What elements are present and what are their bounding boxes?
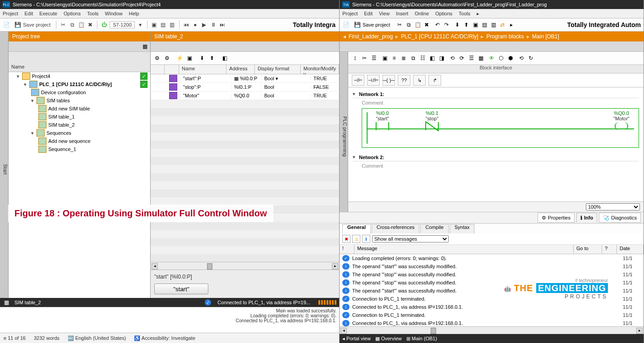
r-redo-icon[interactable]: ↷: [443, 21, 450, 28]
rmenu-tools[interactable]: Tools: [459, 11, 470, 16]
device-select[interactable]: S7-1200: [110, 21, 135, 28]
r-more-icon[interactable]: ▸: [508, 21, 515, 28]
sim-row[interactable]: "stop":P%I0.1:PBoolFALSE: [151, 83, 339, 91]
r-undo-icon[interactable]: ↶: [434, 21, 441, 28]
et-icon-9[interactable]: ◧: [428, 55, 436, 62]
overview-tab[interactable]: ▦ Overview: [375, 336, 402, 342]
et-icon-17[interactable]: ⟲: [517, 55, 525, 62]
r-new-icon[interactable]: 📄: [342, 21, 350, 28]
crumb-chevron-icon[interactable]: ◂: [343, 33, 346, 40]
tree-plc[interactable]: ▾PLC_1 [CPU 1211C AC/DC/Rly]✓: [9, 80, 150, 88]
sim-tool-3[interactable]: ▣: [186, 55, 193, 62]
menu-execute[interactable]: Execute: [39, 11, 57, 16]
sim-export-icon[interactable]: ⬆: [208, 55, 216, 62]
et-icon-15[interactable]: ⬡: [497, 55, 505, 62]
table-icon[interactable]: ▦: [3, 299, 10, 306]
lang-indicator[interactable]: 🔤 English (United States): [68, 335, 126, 341]
project-tree[interactable]: ▾Project4✓ ▾PLC_1 [CPU 1211C AC/DC/Rly]✓…: [9, 72, 150, 298]
msg-row[interactable]: ✓Connection to PLC_1 terminated.11/1: [340, 311, 644, 319]
sim-tool-2[interactable]: ⚙: [163, 55, 170, 62]
forward-icon[interactable]: ⏭: [219, 21, 226, 28]
tree-add-seq[interactable]: Add new sequence: [9, 137, 150, 145]
msg-info-icon[interactable]: ℹ: [362, 235, 370, 243]
r-delete-icon[interactable]: ✖: [423, 21, 430, 28]
crumb-blocks[interactable]: Program blocks: [486, 33, 524, 40]
rewind-icon[interactable]: ⏮: [183, 21, 190, 28]
r-upload-icon[interactable]: ⬆: [463, 21, 470, 28]
collapse-icon[interactable]: ▾: [353, 91, 355, 97]
et-icon-11[interactable]: ⟲: [448, 55, 456, 62]
sim-row[interactable]: "Motor"%Q0.0BoolTRUE: [151, 91, 339, 100]
lad-contact-nc-icon[interactable]: ⊣/⊢: [367, 75, 380, 86]
et-icon-2[interactable]: ✂: [360, 55, 368, 62]
foot-tab[interactable]: SIM table_2: [14, 300, 41, 305]
toolbar-icon-1[interactable]: ▣: [151, 21, 158, 28]
et-monitor-icon[interactable]: 👁: [488, 55, 496, 62]
r-copy-icon[interactable]: ⧉: [405, 21, 412, 28]
msg-hscroll[interactable]: ◂▸: [340, 326, 644, 334]
portal-view[interactable]: ◂ Portal view: [342, 336, 371, 342]
rmenu-insert[interactable]: Insert: [396, 11, 409, 16]
sim-start-button[interactable]: "start": [154, 284, 208, 294]
r-download-icon[interactable]: ⬇: [454, 21, 461, 28]
main-tab[interactable]: ⊞ Main (OB1): [406, 336, 437, 342]
save-project-button[interactable]: 💾 Save project: [12, 20, 53, 30]
subtab-compile[interactable]: Compile: [420, 224, 448, 233]
pause-icon[interactable]: ⏸: [210, 21, 217, 28]
subtab-xref[interactable]: Cross-references: [372, 224, 419, 233]
coil-icon[interactable]: [615, 122, 628, 130]
et-icon-4[interactable]: ▣: [381, 55, 389, 62]
msg-list[interactable]: ✓Loading completed (errors: 0; warnings:…: [340, 254, 644, 326]
tree-sim1[interactable]: SIM table_1: [9, 113, 150, 121]
r-tb1-icon[interactable]: ▣: [472, 21, 479, 28]
tree-device-config[interactable]: Device configuration: [9, 88, 150, 96]
r-tb2-icon[interactable]: ▤: [481, 21, 488, 28]
msg-row[interactable]: ✓Loading completed (errors: 0; warnings:…: [340, 254, 644, 262]
menu-help[interactable]: Help: [129, 11, 139, 16]
msg-row[interactable]: iConnected to PLC_1, via address IP=192.…: [340, 319, 644, 326]
et-icon-5[interactable]: ≡: [390, 55, 398, 62]
et-icon-12[interactable]: ⟳: [458, 55, 466, 62]
et-icon-3[interactable]: ☰: [370, 55, 378, 62]
et-icon-16[interactable]: ⬢: [506, 55, 515, 62]
delete-icon[interactable]: ✖: [87, 21, 94, 28]
menu-window[interactable]: Window: [105, 11, 123, 16]
tab-properties[interactable]: ⚙ Properties: [538, 213, 575, 223]
et-icon-6[interactable]: ≣: [400, 55, 408, 62]
power-icon[interactable]: ⏻: [101, 21, 108, 28]
new-icon[interactable]: 📄: [3, 21, 10, 28]
rmenu-online[interactable]: Online: [414, 11, 429, 16]
tree-project[interactable]: ▾Project4✓: [9, 72, 150, 80]
zoom-select[interactable]: 100%: [586, 203, 640, 210]
sim-row[interactable]: "start":P▦ %I0.0:PBool ▾TRUE: [151, 74, 339, 83]
rmenu-more-icon[interactable]: ▸: [477, 11, 479, 17]
sim-tool-4[interactable]: ◧: [221, 55, 228, 62]
menu-options[interactable]: Options: [64, 11, 81, 16]
msg-row[interactable]: iConnected to PLC_1, via address IP=192.…: [340, 303, 644, 311]
tab-diagnostics[interactable]: 🩺 Diagnostics: [599, 213, 641, 223]
subtab-syntax[interactable]: Syntax: [450, 224, 475, 233]
menu-edit[interactable]: Edit: [24, 11, 33, 16]
nc-contact-icon[interactable]: [425, 122, 439, 130]
msg-error-icon[interactable]: ✖: [342, 235, 350, 243]
record-icon[interactable]: ●: [192, 21, 199, 28]
sim-hscroll[interactable]: ◂▸: [151, 262, 339, 270]
et-icon-14[interactable]: ▦: [477, 55, 485, 62]
msg-row[interactable]: iThe operand '"stop"' was successfully m…: [340, 270, 644, 279]
word-count[interactable]: 3232 words: [34, 335, 60, 341]
network1-comment[interactable]: Comment: [362, 100, 630, 105]
crumb-project[interactable]: First_Ladder_prog: [349, 33, 393, 40]
msg-filter-select[interactable]: Show all messages: [372, 235, 449, 242]
rmenu-options[interactable]: Options: [435, 11, 452, 16]
lad-branch2-icon[interactable]: ↱: [428, 75, 441, 86]
play-icon[interactable]: ▶: [201, 21, 208, 28]
r-tb3-icon[interactable]: ▥: [490, 21, 497, 28]
crumb-plc[interactable]: PLC_1 [CPU 1211C AC/DC/Rly]: [401, 33, 478, 40]
tree-toolbar-icon[interactable]: ▦: [141, 43, 148, 50]
cut-icon[interactable]: ✂: [60, 21, 67, 28]
block-interface-header[interactable]: Block interface: [348, 65, 644, 73]
et-icon-18[interactable]: ↻: [527, 55, 535, 62]
tree-sequences[interactable]: ▾Sequences: [9, 129, 150, 137]
et-icon-7[interactable]: ⧉: [409, 55, 417, 62]
tree-sim2[interactable]: SIM table_2: [9, 121, 150, 129]
